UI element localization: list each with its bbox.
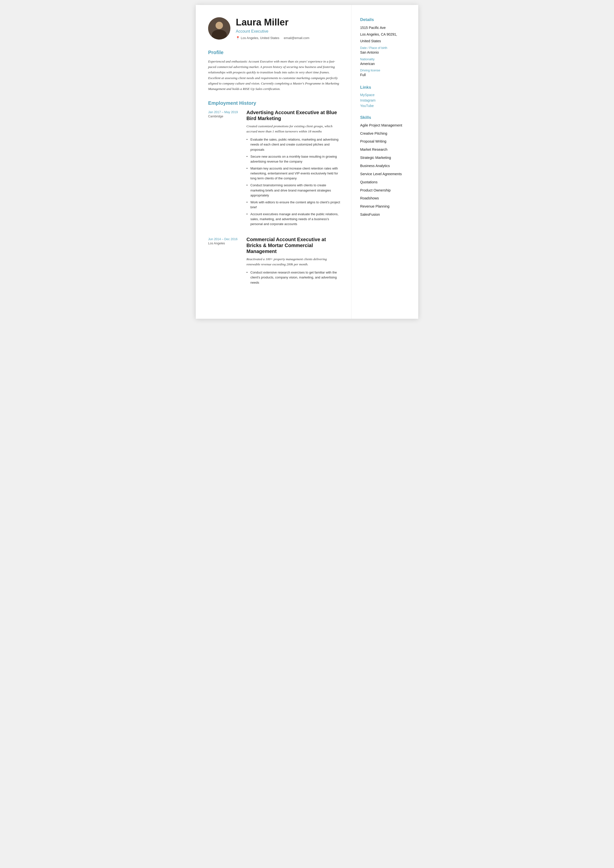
nationality-value: American (360, 62, 410, 67)
nationality-label: Nationality (360, 57, 410, 61)
emp-location-2: Los Angeles (208, 242, 246, 245)
sidebar: Details 1515 Pacific Ave Los Angeles, CA… (351, 5, 418, 319)
employment-section: Employment History Jan 2017 – May 2019 C… (208, 100, 340, 287)
skill-item: Proposal Writing (360, 139, 410, 144)
address-line2: Los Angeles, CA 90291, (360, 32, 410, 37)
resume-container: Laura Miller Account Executive 📍 Los Ang… (196, 5, 418, 319)
emp-job-title-1: Advertising Account Executive at Blue Bi… (246, 110, 340, 121)
header-info: Laura Miller Account Executive 📍 Los Ang… (236, 17, 340, 40)
emp-bullets-2: Conduct extensive research exercises to … (246, 270, 340, 285)
location-item: 📍 Los Angeles, United States (236, 36, 279, 40)
skill-item: Revenue Planning (360, 204, 410, 209)
emp-summary-2: Reactivated a 100+ property management c… (246, 257, 340, 267)
link-instagram[interactable]: Instagram (360, 98, 410, 102)
candidate-title: Account Executive (236, 29, 340, 34)
employment-title: Employment History (208, 100, 340, 106)
details-section: Details 1515 Pacific Ave Los Angeles, CA… (360, 17, 410, 78)
dob-label: Date / Place of birth (360, 46, 410, 50)
location-text: Los Angeles, United States (241, 36, 279, 40)
bullet-item: Work with editors to ensure the content … (246, 200, 340, 210)
employment-item-1: Jan 2017 – May 2019 Cambridge Advertisin… (208, 110, 340, 229)
header-contact: 📍 Los Angeles, United States email@email… (236, 36, 340, 40)
skill-item: Product Ownership (360, 188, 410, 193)
skills-section: Skills Agile Project Management Creative… (360, 115, 410, 217)
links-section: Links MySpace Instagram YouTube (360, 85, 410, 108)
candidate-name: Laura Miller (236, 17, 340, 28)
details-title: Details (360, 17, 410, 22)
emp-bullets-1: Evaluate the sales, public relations, ma… (246, 137, 340, 226)
skill-item: Agile Project Management (360, 123, 410, 128)
bullet-item: Secure new accounts on a monthly base re… (246, 154, 340, 164)
bullet-item: Account executives manage and evaluate t… (246, 212, 340, 226)
profile-section: Profile Experienced and enthusiastic Acc… (208, 50, 340, 92)
emp-date-col-2: Jun 2014 – Dec 2016 Los Angeles (208, 236, 246, 287)
profile-text: Experienced and enthusiastic Account Exe… (208, 59, 340, 92)
profile-title: Profile (208, 50, 340, 55)
emp-location-1: Cambridge (208, 115, 246, 118)
emp-date-2: Jun 2014 – Dec 2016 (208, 237, 246, 241)
location-icon: 📍 (236, 36, 240, 40)
skill-item: SalesFusion (360, 212, 410, 217)
bullet-item: Conduct extensive research exercises to … (246, 270, 340, 285)
skill-item: Market Research (360, 147, 410, 152)
link-myspace[interactable]: MySpace (360, 93, 410, 97)
dob-value: San Antonio (360, 50, 410, 55)
emp-job-title-2: Commercial Account Executive at Bricks &… (246, 236, 340, 254)
license-value: Full (360, 73, 410, 78)
employment-item-2: Jun 2014 – Dec 2016 Los Angeles Commerci… (208, 236, 340, 287)
main-column: Laura Miller Account Executive 📍 Los Ang… (196, 5, 351, 319)
skills-title: Skills (360, 115, 410, 120)
emp-date-col-1: Jan 2017 – May 2019 Cambridge (208, 110, 246, 229)
emp-content-2: Commercial Account Executive at Bricks &… (246, 236, 340, 287)
link-youtube[interactable]: YouTube (360, 104, 410, 108)
skill-item: Roadshows (360, 196, 410, 201)
skill-item: Business Analytics (360, 164, 410, 168)
email-text: email@email.com (284, 36, 309, 40)
bullet-item: Evaluate the sales, public relations, ma… (246, 137, 340, 152)
skill-item: Strategic Marketing (360, 155, 410, 160)
license-label: Driving license (360, 69, 410, 72)
skill-item: Quotations (360, 180, 410, 184)
links-title: Links (360, 85, 410, 90)
emp-summary-1: Created customized promotions for existi… (246, 124, 340, 134)
avatar (208, 17, 230, 40)
address-line3: United States (360, 39, 410, 44)
emp-date-1: Jan 2017 – May 2019 (208, 110, 246, 114)
emp-content-1: Advertising Account Executive at Blue Bi… (246, 110, 340, 229)
bullet-item: Conduct brainstorming sessions with clie… (246, 183, 340, 198)
header: Laura Miller Account Executive 📍 Los Ang… (208, 17, 340, 40)
skill-item: Creative Pitching (360, 131, 410, 136)
bullet-item: Maintain key accounts and increase clien… (246, 166, 340, 181)
skill-item: Service Level Agreements (360, 172, 410, 177)
avatar-image (208, 17, 230, 40)
address-line1: 1515 Pacific Ave (360, 25, 410, 30)
